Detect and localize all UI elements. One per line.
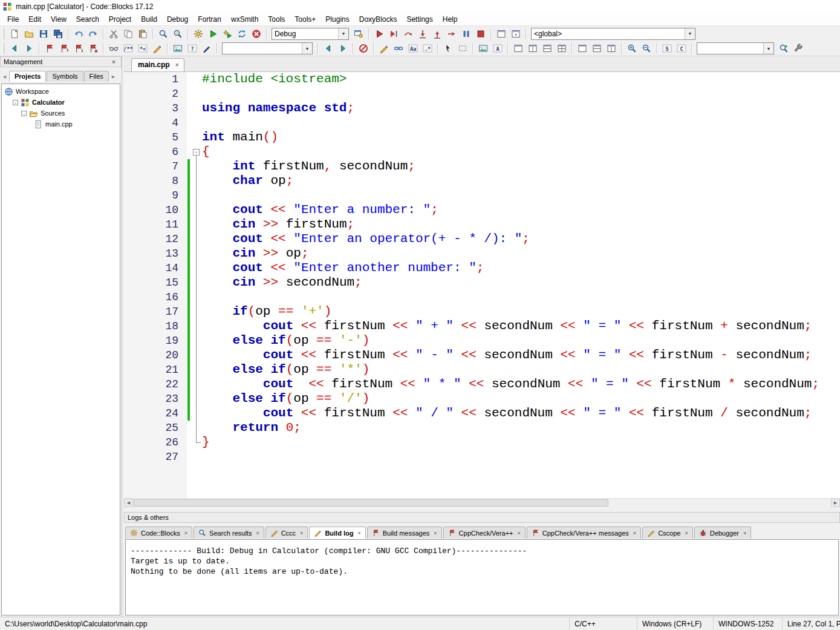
view-c-icon[interactable]: [604, 42, 618, 55]
line-number[interactable]: 13: [124, 246, 187, 261]
menu-item-wxsmith[interactable]: wxSmith: [226, 13, 263, 25]
log-tab-cccc[interactable]: Cccc×: [265, 527, 308, 539]
symbol-combo[interactable]: ▼: [222, 42, 313, 54]
jump-forward-icon[interactable]: [336, 42, 350, 55]
copy-icon[interactable]: [121, 27, 135, 41]
code-line-text[interactable]: cout << "Enter a number: ";: [202, 203, 840, 217]
menu-item-project[interactable]: Project: [104, 13, 136, 25]
toolbar-grip[interactable]: [2, 43, 4, 54]
doxy-block-comment-icon[interactable]: /**: [121, 42, 135, 55]
cut-icon[interactable]: [106, 27, 120, 41]
line-number[interactable]: 5: [124, 130, 187, 145]
line-number[interactable]: 8: [124, 174, 187, 188]
line-number[interactable]: 27: [124, 450, 187, 464]
scroll-left-icon[interactable]: ◀: [124, 499, 133, 507]
code-line-text[interactable]: cin >> firstNum;: [202, 217, 840, 232]
wxsmith-icon[interactable]: [171, 42, 184, 55]
help-icon[interactable]: ?: [185, 42, 199, 55]
log-tab-build-log[interactable]: Build log×: [309, 527, 365, 539]
menu-item-edit[interactable]: Edit: [24, 13, 46, 25]
menu-item-plugins[interactable]: Plugins: [321, 13, 354, 25]
code-line-text[interactable]: int firstNum, secondNum;: [202, 159, 840, 174]
menu-item-doxyblocks[interactable]: DoxyBlocks: [354, 13, 402, 25]
selection-box-icon[interactable]: [455, 42, 469, 55]
code-line-text[interactable]: using namespace std;: [202, 101, 840, 116]
menu-item-settings[interactable]: Settings: [402, 13, 437, 25]
line-number[interactable]: 20: [124, 348, 187, 363]
line-number[interactable]: 11: [124, 217, 187, 232]
line-number[interactable]: 26: [124, 435, 187, 450]
menu-item-search[interactable]: Search: [71, 13, 104, 25]
step-out-icon[interactable]: [430, 27, 444, 41]
code-line-text[interactable]: int main(): [202, 130, 840, 145]
close-icon[interactable]: ×: [743, 530, 746, 536]
close-icon[interactable]: ×: [109, 58, 118, 65]
line-number[interactable]: 1: [124, 72, 187, 87]
symbol-s-icon[interactable]: S: [660, 42, 674, 55]
close-icon[interactable]: ×: [184, 530, 187, 536]
break-debugger-icon[interactable]: [459, 27, 473, 41]
view-b-icon[interactable]: [590, 42, 604, 55]
code-line-text[interactable]: {: [202, 145, 840, 159]
management-tab-projects[interactable]: Projects: [9, 71, 46, 82]
code-line-text[interactable]: }: [202, 435, 840, 450]
zoom-in-icon[interactable]: [625, 42, 639, 55]
rebuild-icon[interactable]: [235, 27, 249, 41]
line-number[interactable]: 9: [124, 188, 187, 203]
line-number[interactable]: 7: [124, 159, 187, 174]
menu-item-build[interactable]: Build: [136, 13, 162, 25]
tree-item-sources[interactable]: -Sources: [2, 108, 120, 119]
log-tab-debugger[interactable]: Debugger×: [694, 527, 752, 539]
nav-back-icon[interactable]: [7, 42, 21, 55]
line-number[interactable]: 3: [124, 101, 187, 116]
log-tab-code-blocks[interactable]: Code::Blocks×: [125, 527, 192, 539]
code-line-text[interactable]: cin >> op;: [202, 246, 840, 261]
view-split-1-icon[interactable]: [511, 42, 525, 55]
insert-label-icon[interactable]: A: [490, 42, 504, 55]
line-number[interactable]: 16: [124, 290, 187, 304]
log-tab-cscope[interactable]: Cscope×: [642, 527, 693, 539]
paste-icon[interactable]: [135, 27, 149, 41]
open-file-icon[interactable]: [22, 27, 36, 41]
find-icon[interactable]: [156, 27, 170, 41]
regex-icon[interactable]: .*: [420, 42, 434, 55]
link-icon[interactable]: [391, 42, 405, 55]
line-number[interactable]: 25: [124, 421, 187, 435]
build-and-run-icon[interactable]: [220, 27, 234, 41]
dropdown-arrow-icon[interactable]: ▼: [763, 43, 773, 54]
symbol-c-icon[interactable]: C: [674, 42, 688, 55]
code-line-text[interactable]: if(op == '+'): [202, 304, 840, 319]
menu-item-help[interactable]: Help: [438, 13, 463, 25]
code-line-text[interactable]: char op;: [202, 174, 840, 188]
menu-item-fortran[interactable]: Fortran: [193, 13, 226, 25]
tree-item-main-cpp[interactable]: main.cpp: [2, 119, 120, 130]
code-line-text[interactable]: cout << firstNum << " * " << secondNum <…: [202, 377, 840, 392]
tree-item-calculator[interactable]: -Calculator: [2, 97, 120, 108]
close-icon[interactable]: ×: [518, 530, 521, 536]
code-line-text[interactable]: cout << "Enter another number: ";: [202, 261, 840, 275]
close-icon[interactable]: ×: [175, 62, 179, 68]
log-tab-build-messages[interactable]: Build messages×: [367, 527, 442, 539]
code-line-text[interactable]: cout << "Enter an operator(+ - * /): ";: [202, 232, 840, 246]
next-line-icon[interactable]: [401, 27, 415, 41]
debugging-windows-icon[interactable]: [494, 27, 508, 41]
line-number[interactable]: 2: [124, 87, 187, 101]
compiler-options-icon[interactable]: [351, 27, 365, 41]
dropdown-arrow-icon[interactable]: ▼: [685, 28, 695, 39]
log-tab-cppcheck-vera-plus-plus-messages[interactable]: CppCheck/Vera++ messages×: [527, 527, 641, 539]
build-icon[interactable]: [191, 27, 205, 41]
close-icon[interactable]: ×: [633, 530, 636, 536]
code-line-text[interactable]: [202, 87, 840, 101]
view-split-2-icon[interactable]: [526, 42, 539, 55]
code-line-text[interactable]: cout << firstNum << " + " << secondNum <…: [202, 319, 840, 333]
view-split-3-icon[interactable]: [540, 42, 554, 55]
horizontal-scrollbar[interactable]: ◀ ▶: [124, 498, 840, 507]
menu-item-tools[interactable]: Tools: [263, 13, 290, 25]
dropdown-arrow-icon[interactable]: ▼: [338, 28, 348, 39]
build-target-combo[interactable]: Debug▼: [272, 28, 349, 40]
bookmark-next-icon[interactable]: [71, 42, 85, 55]
select-tool-icon[interactable]: [441, 42, 455, 55]
run-to-cursor-icon[interactable]: [386, 27, 400, 41]
tabs-scroll-left-icon[interactable]: ◀: [1, 71, 8, 82]
line-number[interactable]: 22: [124, 377, 187, 392]
